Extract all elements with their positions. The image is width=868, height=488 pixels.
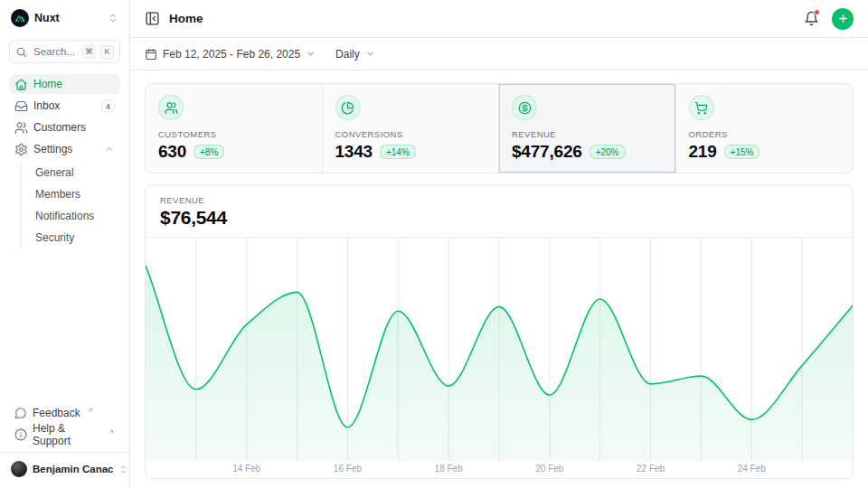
sidebar: Nuxt ⌘ K Home Inbo — [0, 0, 130, 488]
x-tick-label: 18 Feb — [435, 464, 463, 474]
sidebar-item-customers[interactable]: Customers — [9, 117, 120, 137]
collapse-sidebar-button[interactable] — [145, 11, 160, 26]
shopping-cart-icon — [689, 95, 714, 120]
feedback-link[interactable]: Feedback — [9, 403, 120, 423]
page-header: Home — [130, 0, 868, 38]
stat-value: 1343 — [335, 142, 373, 162]
footer-link-label: Help & Support — [33, 422, 101, 447]
stat-delta-badge: +14% — [380, 145, 416, 159]
chart-header: REVENUE $76,544 — [146, 185, 853, 237]
x-tick-label: 20 Feb — [535, 464, 563, 474]
help-support-link[interactable]: Help & Support — [9, 425, 120, 445]
sidebar-item-label: Home — [33, 78, 62, 90]
stat-label: ORDERS — [689, 129, 841, 139]
external-link-icon — [87, 407, 94, 414]
inbox-count-badge: 4 — [101, 99, 115, 112]
stat-label: REVENUE — [512, 129, 663, 139]
chevrons-up-down-icon — [108, 13, 118, 23]
main-area: Home Feb 12, 2 — [130, 0, 868, 488]
stat-label: CONVERSIONS — [335, 129, 486, 139]
x-axis: 14 Feb16 Feb18 Feb20 Feb22 Feb24 Feb — [146, 461, 853, 478]
notifications-button[interactable] — [804, 11, 819, 26]
avatar — [11, 461, 27, 477]
pie-chart-icon — [335, 95, 361, 120]
chart-metric-label: REVENUE — [160, 195, 838, 205]
message-bubble-icon — [14, 407, 27, 419]
info-circle-icon — [14, 428, 27, 441]
sidebar-spacer — [9, 248, 120, 403]
period-label: Daily — [335, 48, 360, 61]
dashboard-app: Nuxt ⌘ K Home Inbo — [0, 0, 868, 488]
page-content: CUSTOMERS 630 +8% CONVERSIONS 1343 +14% — [130, 70, 868, 479]
gear-icon — [14, 143, 28, 156]
panel-left-close-icon — [145, 11, 160, 26]
stat-delta-badge: +15% — [724, 145, 760, 159]
sidebar-user-section: Benjamin Canac — [0, 452, 129, 479]
team-switcher[interactable]: Nuxt — [9, 7, 120, 29]
users-icon — [158, 95, 184, 120]
sidebar-item-label: Inbox — [33, 99, 60, 112]
calendar-icon — [145, 48, 157, 61]
header-actions — [804, 8, 854, 30]
dollar-circle-icon — [512, 95, 537, 120]
nuxt-logo-icon — [11, 9, 29, 27]
sidebar-item-home[interactable]: Home — [9, 74, 120, 94]
sidebar-item-label: Customers — [33, 121, 86, 134]
sidebar-item-label: Settings — [33, 143, 72, 155]
kbd-k: K — [100, 45, 114, 59]
stat-card-revenue[interactable]: REVENUE $477,626 +20% — [499, 84, 676, 173]
stats-grid: CUSTOMERS 630 +8% CONVERSIONS 1343 +14% — [145, 83, 854, 174]
stat-delta-badge: +8% — [193, 145, 224, 159]
x-tick-label: 22 Feb — [637, 464, 665, 474]
sidebar-item-members[interactable]: Members — [30, 184, 120, 204]
chart-canvas — [146, 238, 853, 461]
inbox-icon — [14, 99, 28, 113]
stat-card-customers[interactable]: CUSTOMERS 630 +8% — [146, 84, 323, 173]
sidebar-item-security[interactable]: Security — [30, 228, 120, 248]
footer-link-label: Feedback — [33, 407, 80, 419]
home-icon — [14, 78, 28, 91]
stat-value: 219 — [689, 142, 717, 162]
users-icon — [14, 121, 28, 135]
user-menu[interactable]: Benjamin Canac — [9, 459, 120, 479]
stat-value: 630 — [158, 142, 186, 162]
sidebar-item-inbox[interactable]: Inbox 4 — [9, 96, 120, 116]
chevron-down-icon — [365, 49, 375, 59]
stat-card-orders[interactable]: ORDERS 219 +15% — [676, 84, 854, 173]
stat-card-conversions[interactable]: CONVERSIONS 1343 +14% — [323, 84, 500, 173]
revenue-area-chart[interactable] — [146, 237, 853, 461]
chevron-up-icon — [104, 144, 115, 155]
date-range-label: Feb 12, 2025 - Feb 26, 2025 — [163, 48, 300, 61]
x-tick-label: 14 Feb — [232, 464, 260, 474]
chevron-down-icon — [306, 49, 316, 59]
x-tick-label: 24 Feb — [738, 464, 766, 474]
page-title: Home — [169, 12, 203, 25]
sidebar-item-general[interactable]: General — [30, 163, 120, 183]
kbd-meta: ⌘ — [82, 45, 96, 59]
filter-toolbar: Feb 12, 2025 - Feb 26, 2025 Daily — [130, 38, 868, 70]
stat-label: CUSTOMERS — [158, 129, 309, 139]
x-tick-label: 16 Feb — [334, 464, 362, 474]
stat-value: $477,626 — [512, 142, 582, 162]
sidebar-nav: Home Inbox 4 Customers Settings — [9, 74, 120, 248]
external-link-icon — [108, 428, 115, 436]
search-icon — [15, 46, 27, 58]
add-button[interactable] — [832, 8, 854, 30]
settings-submenu: General Members Notifications Security — [21, 163, 120, 248]
search-input[interactable] — [32, 45, 78, 58]
search-box[interactable]: ⌘ K — [9, 40, 120, 63]
revenue-chart-card: REVENUE $76,544 — [145, 184, 854, 479]
chart-metric-value: $76,544 — [160, 207, 838, 229]
period-select[interactable]: Daily — [335, 48, 375, 61]
stat-delta-badge: +20% — [590, 145, 626, 159]
date-range-picker[interactable]: Feb 12, 2025 - Feb 26, 2025 — [145, 48, 316, 61]
user-name: Benjamin Canac — [33, 464, 113, 474]
chevrons-up-down-icon — [118, 465, 128, 474]
team-name: Nuxt — [34, 12, 102, 24]
notification-dot — [814, 9, 820, 15]
sidebar-footer-links: Feedback Help & Support — [9, 403, 120, 445]
plus-icon — [837, 13, 849, 24]
sidebar-item-settings[interactable]: Settings — [9, 139, 120, 159]
sidebar-item-notifications[interactable]: Notifications — [30, 206, 120, 226]
